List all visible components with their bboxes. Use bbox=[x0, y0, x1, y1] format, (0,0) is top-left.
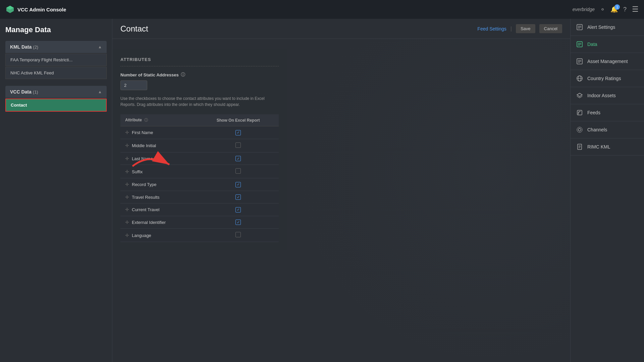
user-icon[interactable]: ⚬ bbox=[600, 6, 605, 13]
attributes-table: Attribute ⓘ Show On Excel Report ✛First … bbox=[120, 114, 279, 242]
table-row: ✛First Name bbox=[120, 126, 279, 139]
nav-asset-management[interactable]: Asset Management bbox=[571, 53, 644, 70]
menu-icon[interactable]: ☰ bbox=[632, 5, 639, 14]
col-attribute: Attribute ⓘ bbox=[120, 114, 198, 126]
cancel-button[interactable]: Cancel bbox=[539, 24, 562, 33]
vcc-data-header[interactable]: VCC Data (1) ▲ bbox=[5, 86, 107, 98]
attr-check-cell[interactable] bbox=[198, 152, 279, 165]
drag-handle[interactable]: ✛ bbox=[125, 156, 129, 161]
app-title: VCC Admin Console bbox=[17, 7, 66, 12]
main-header: Contact Feed Settings | Save Cancel bbox=[112, 19, 570, 39]
file-icon bbox=[576, 143, 583, 150]
attr-label: Middle Initial bbox=[132, 143, 156, 148]
checkbox-travel-results[interactable] bbox=[235, 194, 241, 200]
svg-point-20 bbox=[577, 127, 582, 132]
attr-check-cell[interactable] bbox=[198, 126, 279, 139]
attr-label: External Identifier bbox=[132, 220, 166, 225]
nav-feeds[interactable]: Feeds bbox=[571, 104, 644, 121]
attr-check-cell[interactable] bbox=[198, 229, 279, 242]
attr-name-cell: ✛Suffix bbox=[120, 165, 198, 178]
topnav-right: everbridge ⚬ 🔔 1 ? ☰ bbox=[573, 5, 639, 14]
save-button[interactable]: Save bbox=[516, 24, 535, 33]
checkbox-suffix[interactable] bbox=[235, 168, 241, 174]
attr-check-cell[interactable] bbox=[198, 216, 279, 229]
attr-table-body: ✛First Name✛Middle Initial✛Last Name✛Suf… bbox=[120, 126, 279, 242]
select-wrapper: 2 1 3 4 bbox=[120, 80, 279, 90]
checkbox-first-name[interactable] bbox=[235, 130, 241, 135]
vcc-item-contact[interactable]: Contact bbox=[5, 99, 107, 112]
asset-mgmt-icon bbox=[576, 58, 583, 65]
notification-badge: 1 bbox=[614, 4, 620, 10]
kml-data-label: KML Data bbox=[10, 44, 32, 50]
vcc-data-section: VCC Data (1) ▲ Contact bbox=[5, 86, 107, 112]
table-row: ✛External Identifier bbox=[120, 216, 279, 229]
kml-data-arrow: ▲ bbox=[98, 45, 102, 49]
data-icon bbox=[576, 41, 583, 48]
nav-rimc-kml[interactable]: RIMC KML bbox=[571, 138, 644, 156]
attr-label: Record Type bbox=[132, 182, 156, 187]
brand-logo: everbridge bbox=[573, 7, 595, 12]
static-addresses-label: Number of Static Addresses ⓘ bbox=[120, 72, 279, 78]
svg-point-18 bbox=[578, 114, 579, 114]
feeds-label: Feeds bbox=[587, 110, 600, 115]
attr-check-cell[interactable] bbox=[198, 191, 279, 203]
attr-check-cell[interactable] bbox=[198, 203, 279, 216]
table-row: ✛Travel Results bbox=[120, 191, 279, 203]
globe-icon bbox=[576, 75, 583, 82]
drag-handle[interactable]: ✛ bbox=[125, 169, 129, 174]
right-sidebar: Alert Settings Data Asset Management Cou… bbox=[570, 19, 644, 362]
attr-check-cell[interactable] bbox=[198, 178, 279, 191]
vcc-data-arrow: ▲ bbox=[98, 89, 102, 94]
kml-item-faa[interactable]: FAA Temporary Flight Restricti... bbox=[5, 54, 107, 66]
drag-handle[interactable]: ✛ bbox=[125, 143, 129, 148]
attr-label: Suffix bbox=[132, 169, 143, 174]
help-icon[interactable]: ? bbox=[623, 6, 627, 13]
info-icon: ⓘ bbox=[181, 72, 185, 78]
drag-handle[interactable]: ✛ bbox=[125, 220, 129, 225]
page-title: Contact bbox=[120, 24, 148, 34]
feed-icon bbox=[576, 109, 583, 116]
topnav: VCC Admin Console everbridge ⚬ 🔔 1 ? ☰ bbox=[0, 0, 644, 19]
checkbox-language[interactable] bbox=[235, 232, 241, 237]
content-area: ATTRIBUTES Number of Static Addresses ⓘ … bbox=[112, 39, 570, 362]
nav-indoor-assets[interactable]: Indoor Assets bbox=[571, 87, 644, 104]
attr-label: Current Travel bbox=[132, 207, 159, 212]
nav-channels[interactable]: Channels bbox=[571, 121, 644, 138]
kml-data-header[interactable]: KML Data (2) ▲ bbox=[5, 41, 107, 53]
country-ratings-label: Country Ratings bbox=[587, 76, 621, 81]
table-row: ✛Record Type bbox=[120, 178, 279, 191]
attr-check-cell[interactable] bbox=[198, 139, 279, 152]
app-logo[interactable]: VCC Admin Console bbox=[5, 5, 66, 14]
drag-handle[interactable]: ✛ bbox=[125, 182, 129, 187]
checkbox-external-identifier[interactable] bbox=[235, 220, 241, 225]
notification-icon[interactable]: 🔔 1 bbox=[610, 6, 618, 13]
attr-name-cell: ✛Record Type bbox=[120, 178, 198, 191]
manage-data-title: Manage Data bbox=[5, 25, 107, 34]
table-row: ✛Last Name bbox=[120, 152, 279, 165]
feed-settings-link[interactable]: Feed Settings bbox=[477, 26, 506, 32]
content-inner: ATTRIBUTES Number of Static Addresses ⓘ … bbox=[112, 39, 570, 260]
drag-handle[interactable]: ✛ bbox=[125, 130, 129, 135]
drag-handle[interactable]: ✛ bbox=[125, 194, 129, 200]
attr-label: Language bbox=[132, 233, 151, 238]
svg-rect-17 bbox=[577, 110, 582, 115]
attr-name-cell: ✛Middle Initial bbox=[120, 139, 198, 152]
static-addresses-select[interactable]: 2 1 3 4 bbox=[120, 80, 147, 90]
nav-data[interactable]: Data bbox=[571, 36, 644, 53]
nav-alert-settings[interactable]: Alert Settings bbox=[571, 19, 644, 36]
checkbox-current-travel[interactable] bbox=[235, 207, 241, 213]
checkbox-record-type[interactable] bbox=[235, 182, 241, 187]
attr-check-cell[interactable] bbox=[198, 165, 279, 178]
kml-item-nhc[interactable]: NHC Active KML Feed bbox=[5, 67, 107, 79]
checkbox-last-name[interactable] bbox=[235, 156, 241, 161]
instruction-text: Use the checkboxes to choose the contact… bbox=[120, 96, 279, 108]
drag-handle[interactable]: ✛ bbox=[125, 233, 129, 238]
header-actions: Feed Settings | Save Cancel bbox=[477, 24, 562, 33]
nav-country-ratings[interactable]: Country Ratings bbox=[571, 70, 644, 87]
channels-label: Channels bbox=[587, 127, 607, 132]
checkbox-middle-initial[interactable] bbox=[235, 142, 241, 148]
attr-label: Last Name bbox=[132, 156, 153, 161]
attr-info-icon: ⓘ bbox=[144, 118, 148, 122]
drag-handle[interactable]: ✛ bbox=[125, 207, 129, 212]
attr-name-cell: ✛First Name bbox=[120, 126, 198, 139]
